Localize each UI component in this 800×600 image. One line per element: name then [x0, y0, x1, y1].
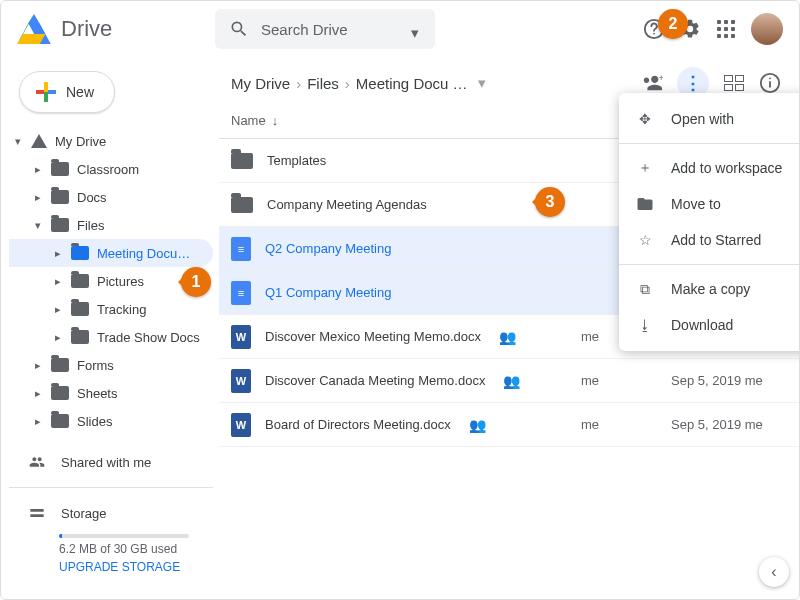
file-row[interactable]: WBoard of Directors Meeting.docx👥meSep 5…: [219, 403, 799, 447]
file-name: Discover Canada Meeting Memo.docx: [265, 373, 485, 388]
search-icon: [229, 19, 249, 39]
svg-point-7: [653, 33, 655, 35]
nav-tradeshow[interactable]: ▸Trade Show Docs: [9, 323, 213, 351]
storage-used-text: 6.2 MB of 30 GB used: [59, 542, 213, 556]
nav-sheets[interactable]: ▸Sheets: [9, 379, 213, 407]
chevron-right-icon: ›: [296, 75, 301, 92]
arrow-down-icon: ↓: [272, 113, 279, 128]
tutorial-callout-1: 1: [181, 267, 211, 297]
crumb-current[interactable]: Meeting Docu …: [356, 75, 468, 92]
main-pane: My Drive › Files › Meeting Docu … ▾ + ⋮ …: [219, 57, 799, 600]
search-placeholder: Search Drive: [261, 21, 348, 38]
logo[interactable]: Drive: [17, 14, 207, 44]
move-icon: [635, 194, 655, 214]
tutorial-callout-2: 2: [658, 9, 688, 39]
copy-icon: ⧉: [635, 279, 655, 299]
storage-label-text: Storage: [61, 506, 107, 521]
nav-files[interactable]: ▾Files: [9, 211, 213, 239]
crumb-mydrive[interactable]: My Drive: [231, 75, 290, 92]
word-icon: W: [231, 413, 251, 437]
open-with-icon: ✥: [635, 109, 655, 129]
folder-icon: [231, 197, 253, 213]
folder-icon: [51, 358, 69, 372]
nav-forms[interactable]: ▸Forms: [9, 351, 213, 379]
storage-meter: [59, 534, 189, 538]
folder-icon: [71, 274, 89, 288]
search-input[interactable]: Search Drive ▾: [215, 9, 435, 49]
chevron-down-icon[interactable]: ▾: [411, 24, 421, 34]
word-icon: W: [231, 325, 251, 349]
folder-icon: [51, 162, 69, 176]
folder-icon: [71, 246, 89, 260]
col-name[interactable]: Name: [231, 113, 266, 128]
more-vert-icon: ⋮: [684, 72, 702, 94]
gdoc-icon: ≡: [231, 237, 251, 261]
nav-classroom[interactable]: ▸Classroom: [9, 155, 213, 183]
file-row[interactable]: WDiscover Canada Meeting Memo.docx👥meSep…: [219, 359, 799, 403]
file-modified: Sep 5, 2019 me: [671, 417, 781, 432]
folder-icon: [71, 330, 89, 344]
folder-icon: [231, 153, 253, 169]
user-avatar[interactable]: [751, 13, 783, 45]
my-drive-item[interactable]: ▾My Drive: [9, 127, 213, 155]
menu-open-with[interactable]: ✥Open with›: [619, 101, 800, 137]
menu-add-starred[interactable]: ☆Add to Starred: [619, 222, 800, 258]
my-drive-label: My Drive: [55, 134, 106, 149]
layout-grid-icon[interactable]: [723, 72, 745, 94]
new-button[interactable]: New: [19, 71, 115, 113]
apps-grid-icon[interactable]: [715, 18, 737, 40]
storage-item[interactable]: Storage: [9, 498, 213, 528]
plus-icon: [36, 82, 56, 102]
info-icon[interactable]: [759, 72, 781, 94]
shared-icon: 👥: [499, 329, 516, 345]
storage-icon: [27, 505, 47, 521]
drive-icon: [31, 134, 47, 148]
context-menu: ✥Open with› ＋Add to workspace› Move to ☆…: [619, 93, 800, 351]
file-modified: Sep 5, 2019 me: [671, 373, 781, 388]
crumb-files[interactable]: Files: [307, 75, 339, 92]
folder-icon: [51, 190, 69, 204]
chevron-down-icon[interactable]: ▾: [478, 74, 486, 92]
file-name: Q2 Company Meeting: [265, 241, 391, 256]
file-name: Discover Mexico Meeting Memo.docx: [265, 329, 481, 344]
app-name: Drive: [61, 16, 112, 42]
word-icon: W: [231, 369, 251, 393]
shared-label: Shared with me: [61, 455, 151, 470]
menu-make-copy[interactable]: ⧉Make a copy: [619, 271, 800, 307]
nav-docs[interactable]: ▸Docs: [9, 183, 213, 211]
download-icon: ⭳: [635, 315, 655, 335]
nav-tracking[interactable]: ▸Tracking: [9, 295, 213, 323]
chevron-left-icon: ‹: [771, 563, 776, 581]
menu-download[interactable]: ⭳Download: [619, 307, 800, 343]
svg-point-11: [769, 78, 771, 80]
breadcrumb: My Drive › Files › Meeting Docu … ▾: [231, 74, 486, 92]
file-name: Company Meeting Agendas: [267, 197, 427, 212]
menu-move-to[interactable]: Move to: [619, 186, 800, 222]
tutorial-callout-3: 3: [535, 187, 565, 217]
folder-icon: [71, 302, 89, 316]
upgrade-storage-link[interactable]: UPGRADE STORAGE: [59, 560, 213, 574]
svg-text:+: +: [658, 73, 663, 83]
folder-icon: [51, 218, 69, 232]
chevron-right-icon: ›: [345, 75, 350, 92]
file-name: Board of Directors Meeting.docx: [265, 417, 451, 432]
nav-slides[interactable]: ▸Slides: [9, 407, 213, 435]
share-people-icon[interactable]: +: [641, 72, 663, 94]
people-icon: [27, 454, 47, 470]
side-panel-toggle[interactable]: ‹: [759, 557, 789, 587]
file-name: Q1 Company Meeting: [265, 285, 391, 300]
folder-icon: [51, 386, 69, 400]
new-button-label: New: [66, 84, 94, 100]
divider: [9, 487, 213, 488]
file-owner: me: [581, 373, 671, 388]
sidebar: New ▾My Drive ▸Classroom ▸Docs ▾Files ▸M…: [1, 57, 219, 600]
shared-with-me[interactable]: Shared with me: [9, 447, 213, 477]
shared-icon: 👥: [503, 373, 520, 389]
gdoc-icon: ≡: [231, 281, 251, 305]
nav-meeting-documents[interactable]: ▸Meeting Documents: [9, 239, 213, 267]
menu-add-workspace[interactable]: ＋Add to workspace›: [619, 150, 800, 186]
file-name: Templates: [267, 153, 326, 168]
file-owner: me: [581, 417, 671, 432]
menu-separator: [619, 264, 800, 265]
menu-separator: [619, 143, 800, 144]
